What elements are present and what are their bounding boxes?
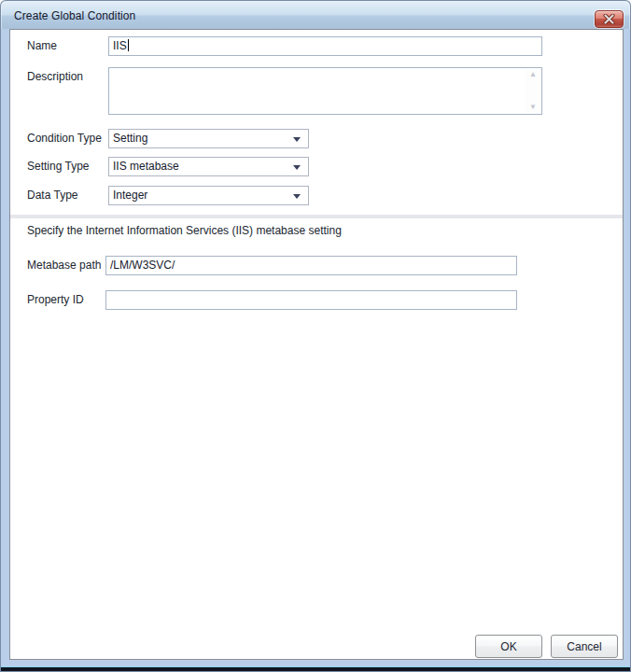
- setting-type-dropdown[interactable]: IIS metabase: [108, 157, 309, 176]
- data-type-value: Integer: [113, 189, 147, 202]
- description-label: Description: [27, 67, 83, 87]
- metabase-path-label: Metabase path: [27, 256, 101, 275]
- text-caret: [128, 39, 129, 51]
- property-id-label: Property ID: [27, 290, 84, 310]
- dialog-body: Name IIS Description ▲ ▼ Condition Type …: [9, 29, 624, 660]
- window-title: Create Global Condition: [14, 2, 135, 30]
- section-divider: [10, 215, 623, 218]
- setting-type-value: IIS metabase: [113, 160, 179, 173]
- name-input-value: IIS: [113, 39, 127, 52]
- property-id-input[interactable]: [105, 290, 517, 310]
- cancel-button[interactable]: Cancel: [551, 635, 618, 658]
- ok-button[interactable]: OK: [475, 635, 542, 658]
- scroll-down-icon[interactable]: ▼: [529, 104, 537, 111]
- close-icon: [603, 14, 615, 24]
- name-input[interactable]: IIS: [108, 36, 542, 56]
- data-type-label: Data Type: [27, 186, 77, 205]
- close-button[interactable]: [595, 10, 624, 28]
- scroll-up-icon[interactable]: ▲: [529, 71, 537, 78]
- condition-type-dropdown[interactable]: Setting: [108, 129, 309, 148]
- data-type-dropdown[interactable]: Integer: [108, 186, 309, 205]
- titlebar[interactable]: Create Global Condition: [1, 1, 630, 29]
- description-input[interactable]: ▲ ▼: [108, 67, 542, 115]
- window-bottom-edge: [1, 666, 630, 671]
- chevron-down-icon: [293, 194, 301, 199]
- setting-type-label: Setting Type: [27, 157, 90, 176]
- metabase-section-heading: Specify the Internet Information Service…: [27, 224, 342, 237]
- metabase-path-input[interactable]: /LM/W3SVC/: [105, 256, 517, 275]
- condition-type-label: Condition Type: [27, 129, 102, 148]
- metabase-path-value: /LM/W3SVC/: [110, 259, 175, 272]
- condition-type-value: Setting: [113, 132, 147, 145]
- create-global-condition-dialog: Create Global Condition Name IIS Descrip…: [0, 0, 631, 672]
- chevron-down-icon: [293, 137, 301, 142]
- name-label: Name: [27, 36, 57, 56]
- chevron-down-icon: [293, 165, 301, 170]
- description-scrollbar[interactable]: ▲ ▼: [526, 69, 540, 113]
